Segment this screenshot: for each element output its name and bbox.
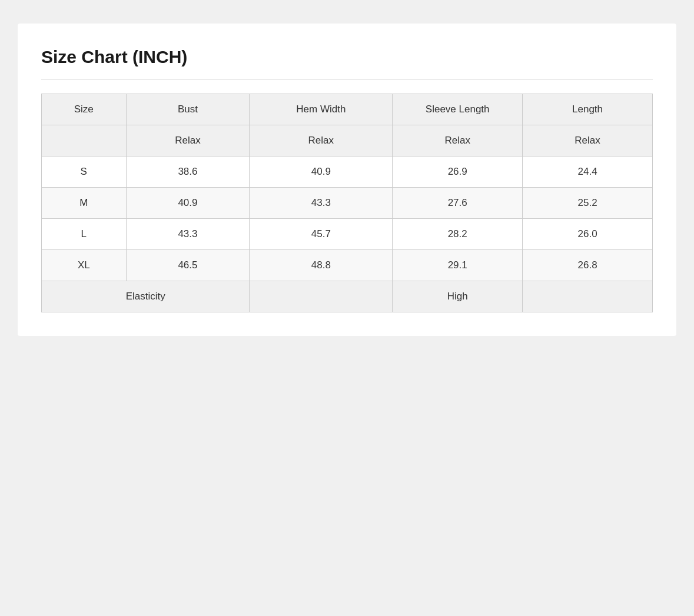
table-subheader-row: Relax Relax Relax Relax (42, 125, 653, 157)
table-row: M40.943.327.625.2 (42, 188, 653, 219)
table-row: S38.640.926.924.4 (42, 157, 653, 188)
cell-hem: 43.3 (250, 188, 393, 219)
elasticity-label: Elasticity (42, 281, 250, 312)
col-header-hem: Hem Width (250, 94, 393, 125)
cell-hem: 48.8 (250, 250, 393, 281)
cell-size: XL (42, 250, 127, 281)
cell-size: L (42, 219, 127, 250)
cell-hem: 45.7 (250, 219, 393, 250)
col-subheader-sleeve: Relax (393, 125, 523, 157)
cell-bust: 46.5 (126, 250, 250, 281)
table-header-row: Size Bust Hem Width Sleeve Length Length (42, 94, 653, 125)
col-header-length: Length (523, 94, 653, 125)
col-subheader-hem: Relax (250, 125, 393, 157)
col-subheader-length: Relax (523, 125, 653, 157)
cell-hem: 40.9 (250, 157, 393, 188)
cell-size: S (42, 157, 127, 188)
table-row: L43.345.728.226.0 (42, 219, 653, 250)
cell-length: 24.4 (523, 157, 653, 188)
cell-sleeve: 28.2 (393, 219, 523, 250)
cell-length: 25.2 (523, 188, 653, 219)
col-subheader-bust: Relax (126, 125, 250, 157)
elasticity-empty (250, 281, 393, 312)
cell-bust: 38.6 (126, 157, 250, 188)
cell-sleeve: 26.9 (393, 157, 523, 188)
page-title: Size Chart (INCH) (41, 47, 653, 67)
elasticity-value: High (393, 281, 523, 312)
col-header-sleeve: Sleeve Length (393, 94, 523, 125)
cell-size: M (42, 188, 127, 219)
col-header-bust: Bust (126, 94, 250, 125)
cell-length: 26.8 (523, 250, 653, 281)
cell-bust: 40.9 (126, 188, 250, 219)
col-subheader-size (42, 125, 127, 157)
table-row: XL46.548.829.126.8 (42, 250, 653, 281)
size-chart-table: Size Bust Hem Width Sleeve Length Length… (41, 94, 653, 312)
col-header-size: Size (42, 94, 127, 125)
elasticity-empty-2 (523, 281, 653, 312)
divider (41, 79, 653, 79)
cell-sleeve: 29.1 (393, 250, 523, 281)
elasticity-row: Elasticity High (42, 281, 653, 312)
page-container: Size Chart (INCH) Size Bust Hem Width Sl… (18, 24, 676, 336)
cell-bust: 43.3 (126, 219, 250, 250)
cell-sleeve: 27.6 (393, 188, 523, 219)
cell-length: 26.0 (523, 219, 653, 250)
